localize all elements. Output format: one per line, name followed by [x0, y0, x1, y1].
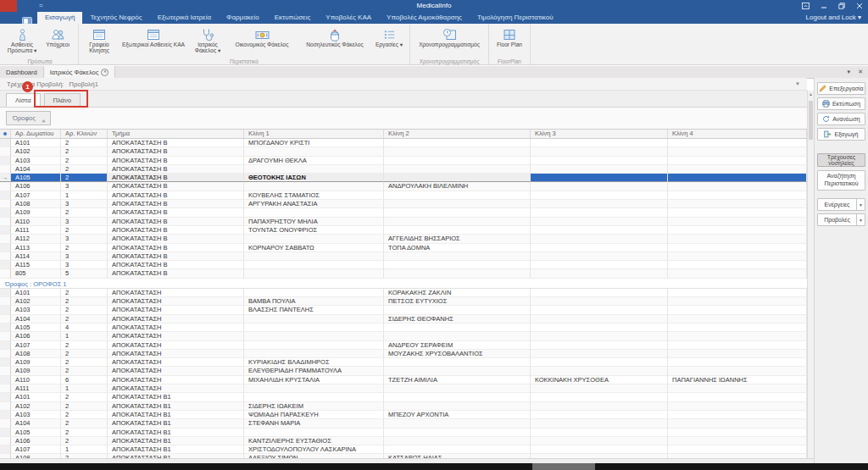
grid-row[interactable]: A1111ΑΠΟΚΑΤΑΣΤΑΣΗ	[0, 384, 807, 393]
grid-cell[interactable]: ΑΠΟΚΑΤΑΣΤΑΣΗ Β	[108, 208, 244, 217]
grid-row[interactable]: A1092ΑΠΟΚΑΤΑΣΤΑΣΗΕΛΕΥΘΕΡΙΑΔΗ ΓΡΑΜΜΑΤΟΥΛΑ	[0, 367, 807, 375]
grid-cell[interactable]: ΚΥΡΙΑΚΙΔΗΣ ΒΛΑΔΙΜΗΡΟΣ	[244, 358, 384, 367]
grid-cell[interactable]	[531, 437, 668, 445]
medical-folder-button[interactable]: Ιατρικός Φάκελος ▾	[190, 25, 225, 54]
grid-cell[interactable]	[384, 165, 531, 174]
grid-cell[interactable]: ΑΠΟΚΑΤΑΣΤΑΣΗ Β	[108, 147, 244, 156]
column-header-5[interactable]: Κλίνη 2	[384, 130, 531, 138]
grid-row[interactable]: A1063ΑΠΟΚΑΤΑΣΤΑΣΗ ΒΑΝΔΡΟΥΛΑΚΗ ΒΙΛΕΛΜΙΝΗ	[0, 182, 807, 191]
grid-cell[interactable]: 2	[61, 358, 108, 367]
grid-cell[interactable]: ΣΙΔΕΡΗΣ ΙΩΑΚΕΙΜ	[244, 402, 384, 411]
grid-row[interactable]: A1022ΑΠΟΚΑΤΑΣΤΑΣΗ Β	[0, 147, 807, 156]
grid-cell[interactable]	[384, 393, 531, 401]
grid-cell[interactable]: ΑΠΟΚΑΤΑΣΤΑΣΗ Β1	[108, 411, 244, 419]
grid-cell[interactable]	[384, 139, 531, 147]
grid-cell[interactable]	[531, 226, 668, 235]
grid-cell[interactable]	[384, 402, 531, 411]
close-panel-icon[interactable]: ✕	[858, 69, 863, 75]
grid-cell[interactable]: ΜΠΟΓΔΑΝΟΥ ΚΡΙΣΤΙ	[244, 139, 384, 147]
grid-cell[interactable]: ΒΑΜΒΑ ΠΟΥΛΙΑ	[244, 297, 384, 306]
grid-cell[interactable]: ΑΠΟΚΑΤΑΣΤΑΣΗ Β	[108, 252, 244, 261]
refresh-button[interactable]: Ανανέωση	[817, 113, 865, 125]
grid-cell[interactable]	[531, 182, 668, 191]
grid-cell[interactable]: A101	[11, 139, 61, 147]
grid-cell[interactable]	[531, 235, 668, 243]
column-header-1[interactable]: Αρ. Δωματίου	[11, 130, 61, 138]
grid-cell[interactable]: A113	[11, 244, 61, 252]
patients-persons-button[interactable]: Ασθενείς Πρόσωπα ▾	[4, 25, 40, 54]
grid-cell[interactable]	[668, 200, 807, 208]
grid-cell[interactable]: ΑΠΟΚΑΤΑΣΤΑΣΗ Β	[108, 165, 244, 174]
grid-row[interactable]: 8055ΑΠΟΚΑΤΑΣΤΑΣΗ Β	[0, 269, 807, 278]
grid-cell[interactable]: 2	[61, 165, 108, 174]
grid-cell[interactable]	[384, 157, 531, 165]
grid-cell[interactable]: 1	[61, 191, 108, 200]
grid-cell[interactable]	[244, 235, 384, 243]
grid-cell[interactable]: ΑΠΟΚΑΤΑΣΤΑΣΗ	[108, 323, 244, 332]
scroll-up-icon[interactable]: ▲	[808, 91, 814, 97]
grid-cell[interactable]	[531, 315, 668, 323]
grid-cell[interactable]	[384, 269, 531, 278]
grid-cell[interactable]	[384, 332, 531, 340]
grid-cell[interactable]	[668, 297, 807, 306]
grid-row[interactable]: A1103ΑΠΟΚΑΤΑΣΤΑΣΗ ΒΠΑΠΑΧΡΗΣΤΟΥ ΜΗΛΙΑ	[0, 218, 807, 226]
grid-cell[interactable]: 2	[61, 306, 108, 314]
grid-cell[interactable]	[531, 429, 668, 437]
grid-cell[interactable]: ΑΠΟΚΑΤΑΣΤΑΣΗ Β	[108, 244, 244, 252]
grid-cell[interactable]	[531, 393, 668, 401]
grid-cell[interactable]: A112	[11, 235, 61, 243]
grid-row[interactable]: A1042ΑΠΟΚΑΤΑΣΤΑΣΗ Β	[0, 165, 807, 174]
grid-cell[interactable]: A104	[11, 165, 61, 174]
grid-cell[interactable]: 3	[61, 182, 108, 191]
grid-cell[interactable]: ΘΕΟΤΟΚΗΣ ΙΑΣΩΝ	[244, 174, 384, 182]
actions-button[interactable]: Ενέργειες▼	[817, 198, 865, 211]
grid-row[interactable]: A1143ΑΠΟΚΑΤΑΣΤΑΣΗ Β	[0, 252, 807, 261]
grid-cell[interactable]	[668, 252, 807, 261]
grid-cell[interactable]: ΑΠΟΚΑΤΑΣΤΑΣΗ Β	[108, 218, 244, 226]
grid-cell[interactable]: A111	[11, 226, 61, 235]
grid-cell[interactable]: A109	[11, 367, 61, 375]
grid-cell[interactable]: A106	[11, 437, 61, 445]
grid-row[interactable]: A1072ΑΠΟΚΑΤΑΣΤΑΣΗΑΝΔΡΕΟΥ ΣΕΡΑΦΕΙΜ	[0, 341, 807, 350]
tab-close-icon[interactable]: ✕	[101, 69, 108, 76]
grid-cell[interactable]	[668, 332, 807, 340]
group-row[interactable]: Όροφος : ΟΡΟΦΟΣ 1	[0, 279, 807, 289]
grid-cell[interactable]: ΚΟΡΑΚΑΚΗΣ ΖΑΚΛΙΝ	[384, 289, 531, 297]
grid-cell[interactable]: 2	[61, 208, 108, 217]
grid-cell[interactable]: ΑΠΟΚΑΤΑΣΤΑΣΗ Β1	[108, 393, 244, 401]
grid-cell[interactable]	[384, 191, 531, 200]
grid-cell[interactable]: ΑΝΔΡΕΟΥ ΣΕΡΑΦΕΙΜ	[384, 341, 531, 350]
grid-cell[interactable]: ΑΠΟΚΑΤΑΣΤΑΣΗ Β	[108, 269, 244, 278]
grid-cell[interactable]	[244, 384, 384, 393]
floor-plan-button[interactable]: Floor Plan	[492, 25, 527, 47]
grid-cell[interactable]	[668, 191, 807, 200]
scheduling-button[interactable]: Χρονοπρογραμματισμός	[413, 25, 486, 47]
grid-cell[interactable]: ΑΠΟΚΑΤΑΣΤΑΣΗ Β1	[108, 429, 244, 437]
grid-cell[interactable]	[668, 165, 807, 174]
menu-tab-2[interactable]: Εξωτερικά Ιατρεία	[150, 12, 219, 24]
grid-cell[interactable]	[531, 165, 668, 174]
grid-cell[interactable]: A102	[11, 147, 61, 156]
grid-cell[interactable]	[668, 323, 807, 332]
grid-cell[interactable]	[531, 341, 668, 350]
grid-cell[interactable]: A101	[11, 289, 61, 297]
grid-cell[interactable]: 2	[61, 411, 108, 419]
grid-cell[interactable]	[384, 306, 531, 314]
grid-cell[interactable]	[244, 269, 384, 278]
menu-tab-6[interactable]: Υποβολές Αιμοκάθαρσης	[379, 12, 470, 24]
menu-tab-3[interactable]: Φαρμακείο	[219, 12, 267, 24]
grid-row[interactable]: A1022ΑΠΟΚΑΤΑΣΤΑΣΗΒΑΜΒΑ ΠΟΥΛΙΑΠΕΤΣΟΣ ΕΥΤΥ…	[0, 297, 807, 306]
grid-cell[interactable]	[384, 200, 531, 208]
grid-cell[interactable]: ΑΠΟΚΑΤΑΣΤΑΣΗ	[108, 315, 244, 323]
grid-cell[interactable]	[384, 358, 531, 367]
grid-row[interactable]: A1054ΑΠΟΚΑΤΑΣΤΑΣΗ	[0, 323, 807, 332]
grid-cell[interactable]: A109	[11, 208, 61, 217]
grid-cell[interactable]: ΑΠΟΚΑΤΑΣΤΑΣΗ Β1	[108, 402, 244, 411]
grid-cell[interactable]: ΜΙΧΑΗΛΙΔΗ ΚΡΥΣΤΑΛΙΑ	[244, 376, 384, 384]
grid-cell[interactable]	[384, 429, 531, 437]
column-header-6[interactable]: Κλίνη 3	[531, 130, 668, 138]
grid-cell[interactable]	[668, 315, 807, 323]
grid-row[interactable]: A1042ΑΠΟΚΑΤΑΣΤΑΣΗ Β1ΣΤΕΦΑΝΗ ΜΑΡΙΑ	[0, 419, 807, 428]
grid-row[interactable]: A1083ΑΠΟΚΑΤΑΣΤΑΣΗ ΒΑΡΓΥΡΑΚΗ ΑΝΑΣΤΑΣΙΑ	[0, 200, 807, 208]
grid-cell[interactable]	[384, 252, 531, 261]
